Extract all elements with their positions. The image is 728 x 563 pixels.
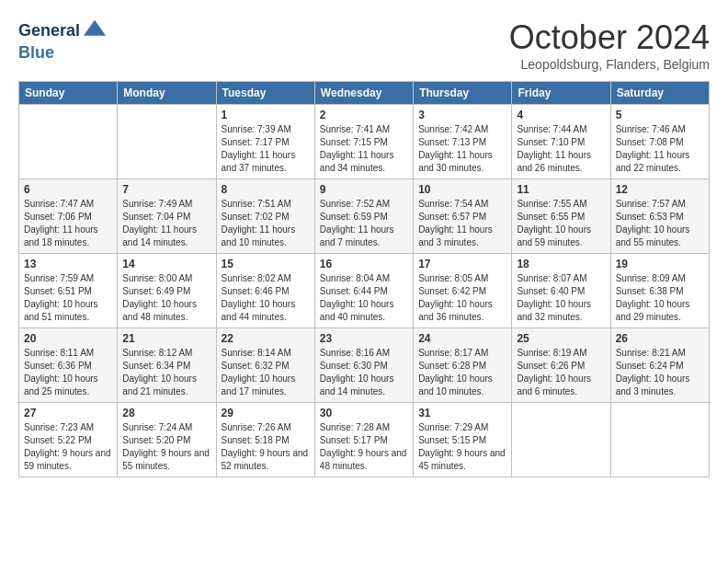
day-number: 3	[418, 109, 506, 121]
day-number: 2	[320, 109, 408, 121]
day-info: Sunrise: 7:47 AM Sunset: 7:06 PM Dayligh…	[24, 198, 112, 249]
column-header-tuesday: Tuesday	[216, 82, 314, 105]
week-row-5: 27Sunrise: 7:23 AM Sunset: 5:22 PM Dayli…	[19, 403, 710, 477]
day-number: 11	[517, 183, 605, 196]
day-info: Sunrise: 8:12 AM Sunset: 6:34 PM Dayligh…	[122, 347, 210, 398]
calendar-cell: 28Sunrise: 7:24 AM Sunset: 5:20 PM Dayli…	[118, 403, 216, 477]
calendar-cell: 8Sunrise: 7:51 AM Sunset: 7:02 PM Daylig…	[216, 179, 314, 254]
calendar-cell: 22Sunrise: 8:14 AM Sunset: 6:32 PM Dayli…	[216, 328, 314, 403]
logo: General Blue	[18, 18, 108, 63]
column-header-thursday: Thursday	[414, 82, 512, 105]
calendar-cell	[19, 105, 118, 179]
calendar: SundayMondayTuesdayWednesdayThursdayFrid…	[18, 81, 710, 477]
day-number: 24	[418, 332, 506, 345]
day-info: Sunrise: 8:07 AM Sunset: 6:40 PM Dayligh…	[517, 272, 605, 324]
week-row-3: 13Sunrise: 7:59 AM Sunset: 6:51 PM Dayli…	[19, 254, 710, 328]
calendar-cell: 29Sunrise: 7:26 AM Sunset: 5:18 PM Dayli…	[216, 403, 314, 477]
day-number: 7	[122, 183, 210, 196]
calendar-cell: 18Sunrise: 8:07 AM Sunset: 6:40 PM Dayli…	[512, 254, 610, 328]
page-header: General Blue October 2024 Leopoldsburg, …	[18, 18, 710, 72]
day-number: 9	[320, 183, 408, 196]
day-info: Sunrise: 7:55 AM Sunset: 6:55 PM Dayligh…	[517, 198, 605, 249]
calendar-header-row: SundayMondayTuesdayWednesdayThursdayFrid…	[19, 82, 710, 105]
calendar-cell: 24Sunrise: 8:17 AM Sunset: 6:28 PM Dayli…	[414, 328, 512, 403]
day-number: 26	[616, 332, 704, 345]
day-info: Sunrise: 8:21 AM Sunset: 6:24 PM Dayligh…	[616, 347, 704, 398]
calendar-cell: 3Sunrise: 7:42 AM Sunset: 7:13 PM Daylig…	[414, 105, 512, 179]
calendar-cell: 17Sunrise: 8:05 AM Sunset: 6:42 PM Dayli…	[414, 254, 512, 328]
calendar-cell: 20Sunrise: 8:11 AM Sunset: 6:36 PM Dayli…	[19, 328, 118, 403]
column-header-monday: Monday	[118, 82, 216, 105]
day-info: Sunrise: 7:54 AM Sunset: 6:57 PM Dayligh…	[418, 198, 506, 249]
day-info: Sunrise: 7:51 AM Sunset: 7:02 PM Dayligh…	[222, 198, 310, 249]
calendar-cell: 23Sunrise: 8:16 AM Sunset: 6:30 PM Dayli…	[314, 328, 413, 403]
day-info: Sunrise: 8:19 AM Sunset: 6:26 PM Dayligh…	[517, 347, 605, 398]
column-header-sunday: Sunday	[19, 82, 118, 105]
day-info: Sunrise: 7:26 AM Sunset: 5:18 PM Dayligh…	[222, 421, 310, 473]
day-number: 23	[320, 332, 408, 345]
calendar-cell: 26Sunrise: 8:21 AM Sunset: 6:24 PM Dayli…	[610, 328, 709, 403]
day-number: 29	[222, 407, 310, 419]
week-row-2: 6Sunrise: 7:47 AM Sunset: 7:06 PM Daylig…	[19, 179, 710, 254]
day-number: 1	[222, 109, 310, 121]
day-info: Sunrise: 8:11 AM Sunset: 6:36 PM Dayligh…	[24, 347, 112, 398]
calendar-cell: 30Sunrise: 7:28 AM Sunset: 5:17 PM Dayli…	[314, 403, 413, 477]
title-section: October 2024 Leopoldsburg, Flanders, Bel…	[509, 18, 710, 72]
day-number: 4	[517, 109, 605, 121]
day-number: 5	[616, 109, 704, 121]
column-header-friday: Friday	[512, 82, 610, 105]
calendar-cell: 21Sunrise: 8:12 AM Sunset: 6:34 PM Dayli…	[118, 328, 216, 403]
calendar-cell	[512, 403, 610, 477]
logo-text: General	[18, 18, 108, 44]
calendar-cell: 12Sunrise: 7:57 AM Sunset: 6:53 PM Dayli…	[610, 179, 709, 254]
calendar-cell: 25Sunrise: 8:19 AM Sunset: 6:26 PM Dayli…	[512, 328, 610, 403]
calendar-body: 1Sunrise: 7:39 AM Sunset: 7:17 PM Daylig…	[19, 105, 710, 477]
calendar-cell: 6Sunrise: 7:47 AM Sunset: 7:06 PM Daylig…	[19, 179, 118, 254]
day-number: 14	[122, 258, 210, 270]
day-number: 22	[222, 332, 310, 345]
day-info: Sunrise: 8:09 AM Sunset: 6:38 PM Dayligh…	[616, 272, 704, 324]
day-info: Sunrise: 7:44 AM Sunset: 7:10 PM Dayligh…	[517, 123, 605, 175]
day-info: Sunrise: 7:59 AM Sunset: 6:51 PM Dayligh…	[24, 272, 112, 324]
day-number: 10	[418, 183, 506, 196]
calendar-cell: 9Sunrise: 7:52 AM Sunset: 6:59 PM Daylig…	[314, 179, 413, 254]
week-row-1: 1Sunrise: 7:39 AM Sunset: 7:17 PM Daylig…	[19, 105, 710, 179]
calendar-cell: 31Sunrise: 7:29 AM Sunset: 5:15 PM Dayli…	[414, 403, 512, 477]
day-info: Sunrise: 8:14 AM Sunset: 6:32 PM Dayligh…	[222, 347, 310, 398]
calendar-cell	[610, 403, 709, 477]
day-number: 31	[418, 407, 506, 419]
calendar-cell	[118, 105, 216, 179]
logo-blue: Blue	[18, 44, 108, 63]
day-info: Sunrise: 7:23 AM Sunset: 5:22 PM Dayligh…	[24, 421, 112, 473]
day-number: 8	[222, 183, 310, 196]
calendar-cell: 16Sunrise: 8:04 AM Sunset: 6:44 PM Dayli…	[314, 254, 413, 328]
week-row-4: 20Sunrise: 8:11 AM Sunset: 6:36 PM Dayli…	[19, 328, 710, 403]
day-info: Sunrise: 7:46 AM Sunset: 7:08 PM Dayligh…	[616, 123, 704, 175]
day-info: Sunrise: 8:02 AM Sunset: 6:46 PM Dayligh…	[222, 272, 310, 324]
day-number: 13	[24, 258, 112, 270]
day-number: 12	[616, 183, 704, 196]
column-header-saturday: Saturday	[610, 82, 709, 105]
day-info: Sunrise: 7:41 AM Sunset: 7:15 PM Dayligh…	[320, 123, 408, 175]
calendar-cell: 7Sunrise: 7:49 AM Sunset: 7:04 PM Daylig…	[118, 179, 216, 254]
day-number: 16	[320, 258, 408, 270]
day-info: Sunrise: 7:28 AM Sunset: 5:17 PM Dayligh…	[320, 421, 408, 473]
calendar-cell: 14Sunrise: 8:00 AM Sunset: 6:49 PM Dayli…	[118, 254, 216, 328]
day-info: Sunrise: 8:05 AM Sunset: 6:42 PM Dayligh…	[418, 272, 506, 324]
day-number: 15	[222, 258, 310, 270]
day-info: Sunrise: 7:39 AM Sunset: 7:17 PM Dayligh…	[222, 123, 310, 175]
calendar-cell: 10Sunrise: 7:54 AM Sunset: 6:57 PM Dayli…	[414, 179, 512, 254]
calendar-cell: 1Sunrise: 7:39 AM Sunset: 7:17 PM Daylig…	[216, 105, 314, 179]
day-number: 6	[24, 183, 112, 196]
day-info: Sunrise: 8:04 AM Sunset: 6:44 PM Dayligh…	[320, 272, 408, 324]
logo-icon	[82, 18, 108, 44]
calendar-cell: 11Sunrise: 7:55 AM Sunset: 6:55 PM Dayli…	[512, 179, 610, 254]
day-info: Sunrise: 7:24 AM Sunset: 5:20 PM Dayligh…	[122, 421, 210, 473]
day-info: Sunrise: 7:29 AM Sunset: 5:15 PM Dayligh…	[418, 421, 506, 473]
day-number: 30	[320, 407, 408, 419]
calendar-cell: 5Sunrise: 7:46 AM Sunset: 7:08 PM Daylig…	[610, 105, 709, 179]
day-info: Sunrise: 7:52 AM Sunset: 6:59 PM Dayligh…	[320, 198, 408, 249]
svg-marker-0	[84, 20, 106, 36]
column-header-wednesday: Wednesday	[314, 82, 413, 105]
day-number: 20	[24, 332, 112, 345]
